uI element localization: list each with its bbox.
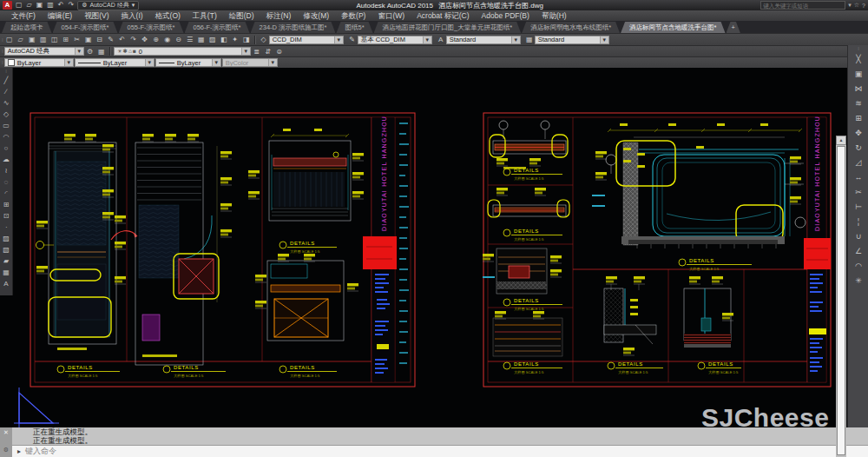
layer-combo[interactable]: ☀✱⌂■ 0 ▼ [114,47,251,56]
gradient-icon[interactable]: ▧ [3,244,10,255]
autocad-logo-icon[interactable]: A [3,1,12,10]
rectangle-icon[interactable]: ▭ [3,120,10,131]
redo-icon[interactable]: ↷ [128,35,139,44]
plot-icon[interactable]: ▥ [47,1,54,10]
file-tab[interactable]: 酒店标间节点含地暖洗手台图* [621,22,725,33]
menu-item[interactable]: 工具(T) [187,10,223,21]
layer-status-icon[interactable]: ⌂ [128,48,132,55]
menu-item[interactable]: Adobe PDF(B) [476,10,536,21]
polyline-icon[interactable]: ∿ [3,97,10,109]
offset-icon[interactable]: ≋ [855,96,862,111]
color-combo[interactable]: ByLayer ▼ [4,58,74,67]
menu-item[interactable]: 标注(N) [260,10,298,21]
scrollbar-thumb[interactable] [837,146,845,455]
stretch-icon[interactable]: ↔ [855,170,863,185]
publish-icon[interactable]: ⊞ [61,35,71,44]
file-tab[interactable]: + [727,22,740,33]
scroll-up-icon[interactable]: ▲ [836,136,846,145]
command-input[interactable]: ▸ 键入命令 [12,445,868,457]
region-icon[interactable]: ▰ [3,255,9,267]
menu-item[interactable]: 插入(I) [115,10,149,21]
erase-icon[interactable]: ╳ [856,52,860,67]
polygon-icon[interactable]: ◇ [3,109,9,120]
layer-status-icon[interactable]: ☀ [117,48,122,55]
open-icon[interactable]: ▱ [27,1,32,10]
layer-status-icon[interactable]: ✱ [123,48,128,55]
customize-icon[interactable]: ⚙ [3,445,9,454]
menu-item[interactable]: 绘图(D) [223,10,260,21]
toolbar-grip[interactable]: ⁞ [858,45,859,52]
workspace-settings-icon[interactable]: ⚙ [85,47,95,56]
save-icon[interactable]: ▣ [27,35,37,44]
infocenter-search-input[interactable] [760,1,845,10]
vertical-scrollbar[interactable]: ▲ ▼ [836,136,846,457]
explode-icon[interactable]: ✳ [855,274,862,288]
layer-status-icon[interactable]: ■ [133,48,136,55]
rotate-icon[interactable]: ↻ [855,141,862,156]
paste-icon[interactable]: ⊟ [95,35,105,44]
layer-properties-icon[interactable]: ≣ [252,47,262,56]
search-icon[interactable]: ▾ [848,2,852,9]
drawing-area[interactable]: DETAILS 大样图 SCALE 1:5 DETAILS 大样图 SCALE … [0,68,868,427]
fillet-icon[interactable]: ◠ [855,259,862,274]
workspace-switcher[interactable]: ⚙ AutoCAD 经典 ▾ [77,1,139,10]
file-tab[interactable]: 234-D 演示图纸施工图* [251,22,336,33]
arc-icon[interactable]: ◠ [3,131,10,142]
menu-item[interactable]: 文件(F) [5,10,42,21]
file-tab[interactable]: 055-F-演示图纸* [119,22,184,33]
zoom-window-icon[interactable]: ◉ [162,35,173,44]
revision-cloud-icon[interactable]: ☁ [3,154,10,165]
qnew-icon[interactable]: ▢ [16,1,23,10]
hatch-icon[interactable]: ▨ [3,233,10,244]
menu-item[interactable]: 视图(V) [78,10,115,21]
style-icon[interactable]: ◇ [259,35,269,44]
construction-line-icon[interactable]: ∕ [5,86,6,97]
new-icon[interactable]: ▢ [4,35,15,44]
undo-icon[interactable]: ↶ [117,35,128,44]
cut-icon[interactable]: ✂ [72,35,82,44]
pan-icon[interactable]: ✥ [140,35,150,44]
undo-icon[interactable]: ↶ [58,1,64,10]
qcalc-icon[interactable]: ◨ [241,35,252,44]
copy-clip-icon[interactable]: ▣ [83,35,94,44]
ui-lock-icon[interactable]: ▦ [96,47,107,56]
table-icon[interactable]: ▦ [3,267,10,278]
break-icon[interactable]: ¦ [858,215,859,229]
scale-icon[interactable]: ◿ [856,156,862,170]
line-icon[interactable]: ╱ [4,75,9,86]
file-tab[interactable]: 056-F-演示图纸* [185,22,250,33]
zoom-realtime-icon[interactable]: ⊕ [151,35,161,44]
ellipse-arc-icon[interactable]: ◜ [4,188,7,199]
sheetset-icon[interactable]: ◧ [219,35,229,44]
style-icon[interactable]: ✎ [347,35,358,44]
toolbar-grip[interactable]: ⁞ [2,36,3,43]
style-icon[interactable]: ▦ [524,35,535,44]
spline-icon[interactable]: ≀ [5,165,8,176]
join-icon[interactable]: ∪ [856,229,862,244]
zoom-previous-icon[interactable]: ⊖ [174,35,184,44]
create-block-icon[interactable]: ⊡ [3,210,10,222]
star-icon[interactable]: ☆ [854,2,859,9]
file-tab[interactable]: 图纸5* [336,22,372,33]
properties-icon[interactable]: ☰ [185,35,195,44]
drawing-canvas[interactable]: DETAILS 大样图 SCALE 1:5 DETAILS 大样图 SCALE … [12,68,836,427]
lineweight-combo[interactable]: ByLayer ▼ [155,58,221,67]
plot-icon[interactable]: ▥ [38,35,49,44]
point-icon[interactable]: ∙ [5,222,7,233]
file-tab[interactable]: 酒店地面拼花图门厅口图_大堂单元拼花图纸* [374,22,522,33]
menu-item[interactable]: 编辑(E) [42,10,78,21]
file-tab[interactable]: 起始选项卡 [2,22,52,33]
style-icon[interactable]: A [436,35,446,44]
chamfer-icon[interactable]: ∠ [855,244,862,259]
layer-states-icon[interactable]: ⊜ [274,47,285,56]
mirror-icon[interactable]: ⋈ [855,82,863,96]
menu-item[interactable]: 参数(P) [335,10,372,21]
menu-item[interactable]: 帮助(H) [536,10,573,21]
mtext-icon[interactable]: A [3,278,8,289]
file-tab[interactable]: 054-F-演示图纸* [53,22,118,33]
insert-block-icon[interactable]: ⊞ [3,199,10,210]
trim-icon[interactable]: ✂ [855,185,862,200]
menu-item[interactable]: 格式(O) [149,10,187,21]
copy-icon[interactable]: ▣ [855,67,863,82]
close-icon[interactable]: ✕ [3,427,9,437]
